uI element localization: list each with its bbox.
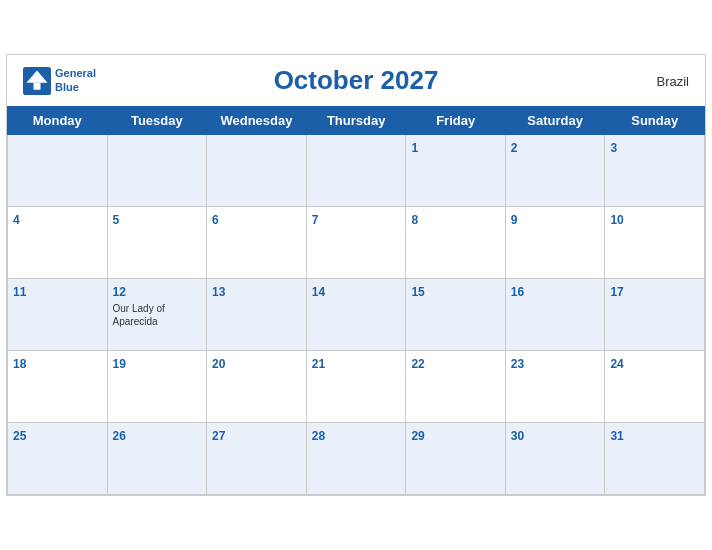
calendar-cell bbox=[207, 135, 307, 207]
calendar-cell: 21 bbox=[306, 351, 406, 423]
calendar-cell: 9 bbox=[505, 207, 605, 279]
calendar-cell: 19 bbox=[107, 351, 207, 423]
calendar-cell: 30 bbox=[505, 423, 605, 495]
svg-rect-2 bbox=[34, 82, 41, 89]
calendar-cell: 28 bbox=[306, 423, 406, 495]
col-tuesday: Tuesday bbox=[107, 107, 207, 135]
day-number: 29 bbox=[411, 429, 424, 443]
calendar-cell: 14 bbox=[306, 279, 406, 351]
day-number: 19 bbox=[113, 357, 126, 371]
day-number: 3 bbox=[610, 141, 617, 155]
calendar-cell: 29 bbox=[406, 423, 505, 495]
calendar-cell: 2 bbox=[505, 135, 605, 207]
week-row-3: 1112Our Lady of Aparecida1314151617 bbox=[8, 279, 705, 351]
day-number: 15 bbox=[411, 285, 424, 299]
day-number: 23 bbox=[511, 357, 524, 371]
calendar-cell: 1 bbox=[406, 135, 505, 207]
calendar-cell: 31 bbox=[605, 423, 705, 495]
day-number: 26 bbox=[113, 429, 126, 443]
week-row-5: 25262728293031 bbox=[8, 423, 705, 495]
calendar-cell: 12Our Lady of Aparecida bbox=[107, 279, 207, 351]
calendar-cell: 4 bbox=[8, 207, 108, 279]
calendar-cell: 20 bbox=[207, 351, 307, 423]
day-number: 22 bbox=[411, 357, 424, 371]
day-number: 20 bbox=[212, 357, 225, 371]
day-number: 10 bbox=[610, 213, 623, 227]
calendar-cell: 3 bbox=[605, 135, 705, 207]
day-number: 5 bbox=[113, 213, 120, 227]
day-number: 7 bbox=[312, 213, 319, 227]
day-number: 21 bbox=[312, 357, 325, 371]
calendar-header: General Blue October 2027 Brazil bbox=[7, 55, 705, 106]
calendar-cell: 16 bbox=[505, 279, 605, 351]
calendar-cell bbox=[8, 135, 108, 207]
day-number: 28 bbox=[312, 429, 325, 443]
day-number: 12 bbox=[113, 285, 126, 299]
col-saturday: Saturday bbox=[505, 107, 605, 135]
calendar-cell bbox=[306, 135, 406, 207]
calendar-cell: 11 bbox=[8, 279, 108, 351]
day-number: 2 bbox=[511, 141, 518, 155]
col-monday: Monday bbox=[8, 107, 108, 135]
calendar-container: General Blue October 2027 Brazil Monday … bbox=[6, 54, 706, 496]
calendar-cell: 8 bbox=[406, 207, 505, 279]
day-number: 17 bbox=[610, 285, 623, 299]
calendar-cell: 15 bbox=[406, 279, 505, 351]
week-row-4: 18192021222324 bbox=[8, 351, 705, 423]
day-number: 30 bbox=[511, 429, 524, 443]
calendar-cell: 23 bbox=[505, 351, 605, 423]
col-sunday: Sunday bbox=[605, 107, 705, 135]
calendar-cell: 22 bbox=[406, 351, 505, 423]
col-wednesday: Wednesday bbox=[207, 107, 307, 135]
week-row-1: 123 bbox=[8, 135, 705, 207]
day-number: 27 bbox=[212, 429, 225, 443]
calendar-cell: 5 bbox=[107, 207, 207, 279]
day-number: 6 bbox=[212, 213, 219, 227]
day-number: 1 bbox=[411, 141, 418, 155]
day-number: 13 bbox=[212, 285, 225, 299]
col-friday: Friday bbox=[406, 107, 505, 135]
calendar-grid: Monday Tuesday Wednesday Thursday Friday… bbox=[7, 106, 705, 495]
calendar-cell: 25 bbox=[8, 423, 108, 495]
calendar-cell bbox=[107, 135, 207, 207]
calendar-cell: 24 bbox=[605, 351, 705, 423]
col-thursday: Thursday bbox=[306, 107, 406, 135]
calendar-cell: 27 bbox=[207, 423, 307, 495]
calendar-cell: 10 bbox=[605, 207, 705, 279]
generalblue-logo-icon bbox=[23, 67, 51, 95]
day-number: 4 bbox=[13, 213, 20, 227]
day-number: 25 bbox=[13, 429, 26, 443]
day-number: 9 bbox=[511, 213, 518, 227]
calendar-cell: 26 bbox=[107, 423, 207, 495]
day-number: 16 bbox=[511, 285, 524, 299]
calendar-cell: 13 bbox=[207, 279, 307, 351]
weekday-header-row: Monday Tuesday Wednesday Thursday Friday… bbox=[8, 107, 705, 135]
calendar-title: October 2027 bbox=[274, 65, 439, 96]
day-number: 8 bbox=[411, 213, 418, 227]
day-number: 11 bbox=[13, 285, 26, 299]
calendar-cell: 18 bbox=[8, 351, 108, 423]
logo-area: General Blue bbox=[23, 67, 96, 95]
day-number: 31 bbox=[610, 429, 623, 443]
event-text: Our Lady of Aparecida bbox=[113, 302, 202, 328]
week-row-2: 45678910 bbox=[8, 207, 705, 279]
calendar-cell: 17 bbox=[605, 279, 705, 351]
day-number: 14 bbox=[312, 285, 325, 299]
day-number: 24 bbox=[610, 357, 623, 371]
logo-text: General Blue bbox=[55, 67, 96, 93]
day-number: 18 bbox=[13, 357, 26, 371]
calendar-cell: 7 bbox=[306, 207, 406, 279]
calendar-cell: 6 bbox=[207, 207, 307, 279]
country-label: Brazil bbox=[656, 73, 689, 88]
